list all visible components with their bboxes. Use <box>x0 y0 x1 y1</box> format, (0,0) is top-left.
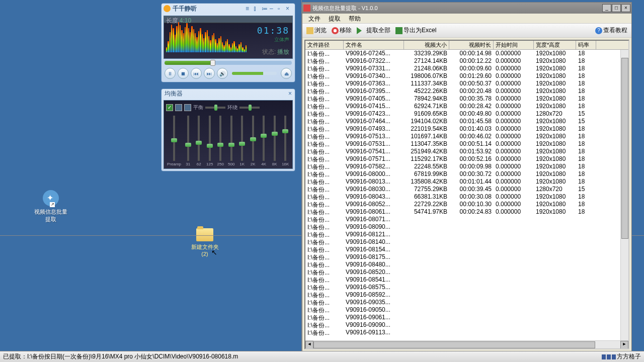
table-row[interactable]: I:\备份...V90916-07245...33239.29KB00:00:1… <box>305 50 628 57</box>
extract-all-button[interactable]: 提取全部 <box>355 25 392 36</box>
table-row[interactable]: I:\备份...V90916-08121... <box>305 231 628 238</box>
tray-icon[interactable] <box>612 354 616 359</box>
table-row[interactable]: I:\备份...V90916-08013...135808.42KB00:01:… <box>305 178 628 186</box>
eq-band-500[interactable]: 500 <box>227 116 235 166</box>
menu-file[interactable]: 文件 <box>304 14 325 23</box>
visualizer-icon[interactable]: ⫿ <box>254 5 261 12</box>
table-row[interactable]: I:\备份...V90916-07513...101697.14KB00:00:… <box>305 133 628 140</box>
table-row[interactable]: I:\备份...V90916-08030...72755.29KB00:00:3… <box>305 186 628 193</box>
table-row[interactable]: I:\备份...V90916-07363...111337.34KB00:00:… <box>305 80 628 87</box>
table-row[interactable]: I:\备份...V90916-08061...54741.97KB00:00:2… <box>305 208 628 216</box>
eq-band-Preamp[interactable]: Preamp <box>167 116 181 166</box>
table-row[interactable]: I:\备份...V90916-08140... <box>305 238 628 246</box>
remove-button[interactable]: 移除 <box>330 25 354 36</box>
menu-extract[interactable]: 提取 <box>325 14 345 23</box>
horizontal-scrollbar[interactable]: ◄ ► <box>305 340 628 348</box>
table-row[interactable]: I:\备份...V90916-08090... <box>305 223 628 231</box>
player-titlebar[interactable]: 千千静听 ≡ ⫿ ≔ – ▫ × <box>162 4 295 14</box>
menu-help[interactable]: 帮助 <box>345 14 365 23</box>
table-row[interactable]: I:\备份...V90916-07582...22248.55KB00:00:0… <box>305 163 628 170</box>
table-row[interactable]: I:\备份...V90916-08052...22729.22KB00:00:1… <box>305 201 628 208</box>
table-row[interactable]: I:\备份...V90916-07405...78942.94KB00:00:3… <box>305 95 628 103</box>
minimize-button[interactable]: _ <box>602 4 611 12</box>
tray-icon[interactable] <box>607 354 611 359</box>
col-bitrate[interactable]: 码率 <box>576 41 596 49</box>
table-row[interactable]: I:\备份...V90916-08043...66381.31KB00:00:3… <box>305 193 628 201</box>
vertical-scrollbar[interactable] <box>620 50 628 340</box>
tutorial-button[interactable]: ?查看教程 <box>593 25 629 36</box>
table-row[interactable]: I:\备份...V90916-08154... <box>305 246 628 253</box>
eq-band-125[interactable]: 125 <box>206 116 214 166</box>
eq-band-2K[interactable]: 2K <box>249 116 257 166</box>
close-icon[interactable]: × <box>286 5 293 12</box>
table-row[interactable]: I:\备份...V90916-07423...91609.65KB00:00:4… <box>305 110 628 118</box>
volume-button[interactable]: 🔊 <box>217 68 228 79</box>
scroll-thumb-h[interactable] <box>313 341 595 348</box>
pause-button[interactable]: ⏸ <box>165 68 176 79</box>
table-row[interactable]: I:\备份...V90916-08480... <box>305 261 628 268</box>
next-button[interactable]: ⏭ <box>204 68 215 79</box>
playlist-icon[interactable]: ≡ <box>246 5 253 12</box>
eq-band-250[interactable]: 250 <box>217 116 225 166</box>
minimize-icon[interactable]: – <box>270 5 277 12</box>
scroll-thumb[interactable] <box>621 58 628 239</box>
volume-slider[interactable] <box>232 72 277 75</box>
eq-close-icon[interactable]: × <box>288 90 292 97</box>
export-excel-button[interactable]: 导出为Excel <box>393 25 438 36</box>
col-dimensions[interactable]: 宽度*高度 <box>534 41 576 49</box>
table-row[interactable]: I:\备份...V90916-07493...221019.54KB00:01:… <box>305 125 628 133</box>
eq-reset-button[interactable] <box>184 104 191 111</box>
col-start[interactable]: 开始时间 <box>494 41 534 49</box>
vx-titlebar[interactable]: 视频信息批量提取 - V1.0.0 _ □ × <box>302 3 631 14</box>
eq-band-4K[interactable]: 4K <box>260 116 268 166</box>
table-row[interactable]: I:\备份...V90916-09035... <box>305 299 628 306</box>
table-row[interactable]: I:\备份...V90916-07571...115292.17KB00:00:… <box>305 155 628 163</box>
progress-thumb[interactable] <box>210 60 215 66</box>
col-filename[interactable]: 文件名 <box>344 41 404 49</box>
col-duration[interactable]: 视频时长 <box>449 41 494 49</box>
table-row[interactable]: I:\备份...V90916-09113... <box>305 329 628 336</box>
progress-bar[interactable] <box>165 61 292 65</box>
eq-enable-checkbox[interactable]: ✓ <box>166 104 173 111</box>
open-button[interactable]: ⏏ <box>281 68 292 79</box>
mode-icon[interactable]: ▫ <box>278 5 285 12</box>
table-row[interactable]: I:\备份...V90916-08000...67819.99KB00:00:3… <box>305 170 628 178</box>
lyrics-icon[interactable]: ≔ <box>262 5 269 12</box>
eq-band-16K[interactable]: 16K <box>282 116 290 166</box>
eq-band-62[interactable]: 62 <box>195 116 203 166</box>
table-row[interactable]: I:\备份...V90916-08575... <box>305 284 628 291</box>
stop-button[interactable]: ⏹ <box>178 68 189 79</box>
balance-slider[interactable] <box>205 107 225 109</box>
table-row[interactable]: I:\备份...V90916-09050... <box>305 306 628 314</box>
eq-band-8K[interactable]: 8K <box>271 116 279 166</box>
browse-button[interactable]: 浏览 <box>304 25 329 36</box>
table-row[interactable]: I:\备份...V90916-07340...198006.07KB00:01:… <box>305 72 628 80</box>
table-row[interactable]: I:\备份...V90916-07395...45222.26KB00:00:2… <box>305 87 628 95</box>
close-button[interactable]: × <box>621 4 630 12</box>
table-row[interactable]: I:\备份...V90916-09061... <box>305 314 628 321</box>
table-row[interactable]: I:\备份...V90916-07531...113047.35KB00:00:… <box>305 140 628 148</box>
table-row[interactable]: I:\备份...V90916-07415...62924.71KB00:00:2… <box>305 103 628 110</box>
col-path[interactable]: 文件路径 <box>305 41 344 49</box>
eq-titlebar[interactable]: 均衡器 × <box>162 89 295 98</box>
table-row[interactable]: I:\备份...V90916-08071... <box>305 216 628 223</box>
table-row[interactable]: I:\备份...V90916-07541...251949.42KB00:01:… <box>305 148 628 155</box>
scroll-right-arrow[interactable]: ► <box>620 341 628 349</box>
table-row[interactable]: I:\备份...V90916-07464...194104.02KB00:01:… <box>305 118 628 125</box>
table-row[interactable]: I:\备份...V90916-08175... <box>305 253 628 261</box>
col-size[interactable]: 视频大小 <box>404 41 449 49</box>
surround-slider[interactable] <box>239 107 260 109</box>
scroll-left-arrow[interactable]: ◄ <box>305 341 313 349</box>
eq-band-31[interactable]: 31 <box>184 116 192 166</box>
table-row[interactable]: I:\备份...V90916-09090... <box>305 321 628 329</box>
table-row[interactable]: I:\备份...V90916-08520... <box>305 268 628 276</box>
table-row[interactable]: I:\备份...V90916-08592... <box>305 291 628 299</box>
maximize-button[interactable]: □ <box>612 4 621 12</box>
prev-button[interactable]: ⏮ <box>191 68 202 79</box>
desktop-shortcut-video-extractor[interactable]: ↗ 视频信息批量 提取 <box>33 190 68 223</box>
table-row[interactable]: I:\备份...V90916-08541... <box>305 276 628 284</box>
table-row[interactable]: I:\备份...V90916-07331...21248.06KB00:00:0… <box>305 65 628 72</box>
eq-band-1K[interactable]: 1K <box>238 116 247 166</box>
eq-preset-button[interactable] <box>175 104 182 111</box>
tray-icon[interactable] <box>602 354 606 359</box>
